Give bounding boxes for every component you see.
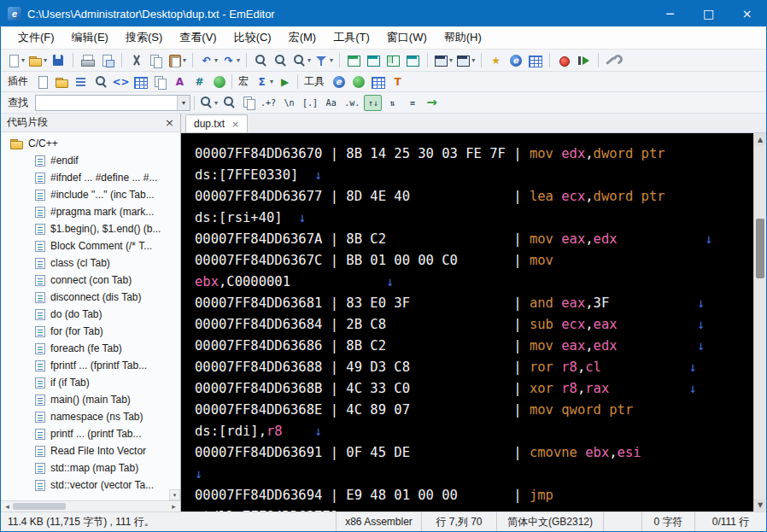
workspace-button[interactable]: ▾ [455,51,476,69]
menu-tools[interactable]: 工具(T) [325,26,378,49]
go-arrow-icon[interactable]: → [426,95,437,110]
snippet-item[interactable]: std::vector (vector Ta... [1,476,180,494]
print-button[interactable] [79,51,97,69]
minimize-button[interactable]: ─ [651,1,689,26]
copy-button[interactable] [147,51,165,69]
find-input[interactable] [36,96,177,109]
compare-files-button[interactable] [345,51,363,69]
whole-word-toggle[interactable]: .w. [342,95,362,111]
snippet-item[interactable]: #endif [1,152,180,169]
scroll-thumb[interactable] [756,219,764,278]
split-window-button[interactable] [384,51,402,69]
open-file-button[interactable]: ▾ [27,51,48,69]
snippet-item[interactable]: disconnect (dis Tab) [1,289,180,306]
external-tools-button[interactable]: ★ [487,51,505,69]
scroll-down-button[interactable]: ▼ [754,499,766,512]
snippets-plugin-button[interactable] [33,73,51,91]
filter-lines-toggle[interactable]: ≡ [403,95,421,111]
tab-close-icon[interactable]: × [231,119,239,130]
snippets-close-button[interactable]: × [165,116,174,129]
cursor-position[interactable]: 行 7,列 70 [421,512,496,531]
chrome-browser-tool-button[interactable] [349,73,367,91]
web-preview-plugin-button[interactable] [210,73,228,91]
scroll-track[interactable] [754,146,766,499]
character-table-button[interactable] [526,51,544,69]
text-tool-button[interactable]: T [389,73,407,91]
horizontal-scroll-thumb[interactable] [13,503,66,510]
snippet-item[interactable]: namespace (ns Tab) [1,408,180,425]
snippet-item[interactable]: do (do Tab) [1,306,180,323]
snippet-item[interactable]: std::map (map Tab) [1,459,180,476]
search-direction-toggle[interactable]: ↑↓ [364,95,382,111]
projects-plugin-button[interactable] [132,73,149,91]
scroll-left-icon[interactable]: ◂ [3,502,12,511]
search-menu-button[interactable]: ▾ [198,94,219,112]
sidebar-horizontal-scrollbar[interactable]: ◂ ▸ [1,500,180,512]
open-documents-plugin-button[interactable] [151,73,169,91]
maximize-button[interactable]: □ [689,1,728,26]
scroll-right-icon[interactable]: ▸ [169,502,179,511]
menu-view[interactable]: 查看(V) [171,26,225,49]
sync-scroll-button[interactable] [365,51,383,69]
encoding[interactable]: 简体中文(GB2312) [496,512,603,531]
redo-button[interactable]: ↷▾ [220,51,241,69]
snippet-item[interactable]: #ifndef ... #define ... #... [1,169,180,186]
find-in-files-button[interactable] [220,94,238,112]
snippet-item[interactable]: #include "..." (inc Tab... [1,186,180,203]
match-case-toggle[interactable]: Aa [322,95,340,111]
snippet-root-folder[interactable]: C/C++ [1,135,180,152]
run-macro-button[interactable] [575,51,593,69]
zoom-in-button[interactable] [272,51,290,69]
filter-button[interactable]: ▾ [313,51,334,69]
menu-macros[interactable]: 宏(M) [280,26,325,49]
snippet-item[interactable]: Read File Into Vector [1,442,180,459]
undo-button[interactable]: ↶▾ [198,51,219,69]
menu-window[interactable]: 窗口(W) [378,26,436,49]
record-macro-button[interactable] [555,51,573,69]
find-button[interactable]: ▾ [291,51,312,69]
snippet-item[interactable]: #pragma mark (mark... [1,203,180,220]
html-bar-plugin-button[interactable]: <> [112,73,130,91]
snippet-item[interactable]: main() (main Tab) [1,391,180,408]
play-macro-button[interactable]: ▶ [276,73,294,91]
menu-help[interactable]: 帮助(H) [436,26,490,49]
syntax-mode[interactable]: x86 Assembler [336,512,421,531]
character-grid-tool-button[interactable] [369,73,387,91]
snippet-item[interactable]: for (for Tab) [1,323,180,340]
search-plugin-button[interactable] [92,73,110,91]
snippet-item[interactable]: printf ... (printf Tab... [1,425,180,442]
snippet-item[interactable]: connect (con Tab) [1,272,180,289]
editor-vertical-scrollbar[interactable]: ▲ ▼ [753,133,766,512]
menu-file[interactable]: 文件(F) [9,26,63,49]
snippet-item[interactable]: if (if Tab) [1,374,180,391]
print-preview-button[interactable] [98,51,116,69]
copy-results-button[interactable] [240,94,258,112]
word-complete-plugin-button[interactable]: A [171,73,189,91]
escape-sequence-toggle[interactable]: \n [280,95,298,111]
snippet-item[interactable]: foreach (fe Tab) [1,340,180,357]
open-documents-button[interactable]: ▾ [433,51,454,69]
character-count-plugin-button[interactable]: # [190,73,208,91]
number-range-toggle[interactable]: [.] [300,95,320,111]
snippet-item[interactable]: class (cl Tab) [1,254,180,272]
save-button[interactable] [50,51,67,69]
explorer-plugin-button[interactable] [53,73,71,91]
customize-button[interactable] [604,51,622,69]
snippet-item[interactable]: fprintf ... (fprintf Tab... [1,357,180,374]
paste-button[interactable]: ▾ [167,51,187,69]
new-file-button[interactable]: ▾ [5,51,26,69]
macro-list-button[interactable]: Σ▾ [254,73,274,91]
close-button[interactable]: × [728,1,766,26]
zoom-out-button[interactable] [252,51,270,69]
menu-edit[interactable]: 编辑(E) [63,26,117,49]
tab-dup-txt[interactable]: dup.txt × [185,114,248,132]
regex-toggle[interactable]: .+? [258,95,278,111]
cut-button[interactable] [127,51,145,69]
web-preview-button[interactable] [404,51,422,69]
snippet-item[interactable]: Block Comment (/* T... [1,237,180,254]
incremental-search-toggle[interactable]: ⇅ [384,95,401,111]
outline-plugin-button[interactable] [73,73,91,91]
scroll-up-button[interactable]: ▲ [754,133,766,146]
combo-dropdown-button[interactable]: ▾ [177,96,190,110]
sidebar-scroll-down-button[interactable]: ▾ [169,489,180,500]
